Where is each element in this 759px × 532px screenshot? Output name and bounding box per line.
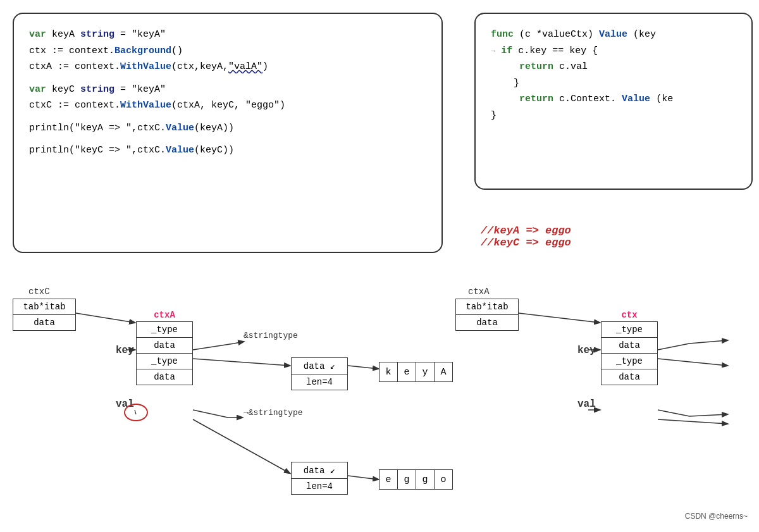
code-line-6: ctxC := context.WithValue(ctxA, keyC, "e… — [29, 97, 426, 114]
ctx-type: _type — [602, 322, 657, 338]
data-box-val-data: data ↙ — [292, 462, 347, 479]
svg-line-1 — [519, 313, 600, 323]
char-k: k — [379, 362, 398, 382]
data-box-key: data ↙ len=4 — [291, 357, 348, 390]
ctxA-type2: _type — [137, 354, 192, 369]
svg-line-6 — [658, 359, 727, 366]
code-right-2: → if c.key == key { — [491, 43, 736, 59]
svg-line-2 — [193, 359, 290, 366]
spacer2 — [29, 114, 426, 120]
ctx-data-cell: data — [602, 338, 657, 353]
spacer3 — [29, 136, 426, 142]
stringtype1: &stringtype — [244, 331, 298, 340]
ctxA-struct-label: ctxA — [136, 310, 193, 320]
ctxA-val-struct: _type data — [136, 353, 193, 385]
ctxC-data: data — [13, 315, 75, 330]
svg-line-7 — [658, 419, 727, 424]
data-box-val-len: len=4 — [292, 479, 347, 494]
ctxA-type: _type — [137, 322, 192, 338]
code-line-2: ctx := context.Background() — [29, 43, 426, 59]
ctxA-label: ctxA — [468, 287, 490, 297]
ctx-type2: _type — [602, 354, 657, 369]
ctxA-data: data — [456, 315, 518, 330]
data-box-key-len: len=4 — [292, 374, 347, 390]
code-right-4: } — [491, 75, 736, 92]
ctx-val-struct: _type data — [601, 353, 658, 385]
ctxA-main-struct: ctxA _type data _type data — [136, 310, 193, 385]
ctxA-outer-struct: tab*itab data — [455, 299, 519, 331]
eggo-chars: e g g o — [379, 469, 453, 490]
val-label-right: val — [577, 399, 596, 410]
char-y: y — [416, 362, 435, 382]
ctx-inner: _type data — [601, 321, 658, 354]
char-g1: g — [397, 469, 416, 490]
svg-line-0 — [76, 313, 135, 323]
char-A: A — [434, 362, 453, 382]
code-right-5: return c.Context. Value (ke — [491, 91, 736, 108]
keyA-chars: k e y A — [379, 362, 453, 382]
spacer — [29, 75, 426, 82]
comment-1: //keyA => eggo — [481, 225, 571, 237]
ctxA-tab: tab*itab — [456, 299, 518, 315]
code-box-left: var keyA string = "keyA" ctx := context.… — [13, 13, 443, 253]
ctxA-data-cell: data — [137, 338, 192, 353]
char-o: o — [434, 469, 453, 490]
comment-2: //keyC => eggo — [481, 237, 571, 249]
data-box-key-data: data ↙ — [292, 358, 347, 374]
code-right-1: func (c *valueCtx) Value (key — [491, 27, 736, 43]
char-e2: e — [379, 469, 398, 490]
key-label-left: key — [116, 345, 134, 356]
code-line-5: var keyC string = "keyA" — [29, 82, 426, 98]
ctxA-inner: _type data — [136, 321, 193, 354]
ctx-data2: data — [602, 369, 657, 385]
char-g2: g — [416, 469, 435, 490]
code-box-right: func (c *valueCtx) Value (key → if c.key… — [474, 13, 753, 190]
data-box-val: data ↙ len=4 — [291, 462, 348, 495]
stringtype2: →&stringtype — [244, 408, 303, 418]
char-e: e — [397, 362, 416, 382]
code-line-1: var keyA string = "keyA" — [29, 27, 426, 43]
ctx-main-struct: ctx _type data _type data — [601, 310, 658, 385]
ctxC-tab: tab*itab — [13, 299, 75, 315]
key-label-right: key — [577, 345, 596, 356]
ctxA-data2: data — [137, 369, 192, 385]
ctxC-label: ctxC — [28, 287, 50, 297]
svg-line-4 — [193, 419, 290, 473]
ctx-struct-label: ctx — [601, 310, 658, 320]
ctxC-struct: tab*itab data — [13, 299, 76, 331]
code-right-6: } — [491, 108, 736, 124]
code-line-3: ctxA := context.WithValue(ctx,keyA,"valA… — [29, 59, 426, 75]
code-line-10: println("keyC => ",ctxC.Value(keyC)) — [29, 142, 426, 159]
code-right-3: return c.val — [491, 59, 736, 75]
comment-block: //keyA => eggo //keyC => eggo — [481, 225, 571, 249]
svg-line-3 — [348, 366, 378, 369]
watermark: CSDN @cheerns~ — [685, 512, 748, 521]
svg-line-5 — [348, 476, 378, 479]
code-line-8: println("keyA => ",ctxC.Value(keyA)) — [29, 120, 426, 137]
val-circle — [124, 404, 148, 421]
